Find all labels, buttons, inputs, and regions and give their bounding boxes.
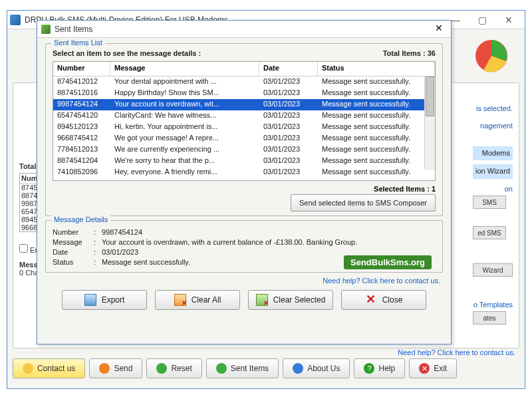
export-icon: [84, 294, 96, 306]
about-us-button[interactable]: About Us: [283, 358, 350, 378]
table-row[interactable]: 8874541204We're sorry to hear that the p…: [53, 156, 435, 167]
table-cell: Message sent successfully.: [318, 167, 435, 178]
table-cell: Message sent successfully.: [318, 156, 435, 167]
table-cell: 03/01/2023: [259, 76, 318, 88]
sent-items-table: Number Message Date Status 8745412012You…: [53, 61, 436, 181]
exit-icon: ✕: [419, 363, 430, 374]
export-button[interactable]: Export: [62, 290, 147, 310]
table-row[interactable]: 8745412012Your dental appointment with .…: [53, 76, 435, 88]
lbl: Message: [53, 238, 94, 246]
val: 03/01/2023: [102, 248, 138, 256]
table-row[interactable]: 6547454120ClarityCard: We have witness..…: [53, 110, 435, 122]
bg-mini-btn[interactable]: SMS: [473, 196, 506, 209]
table-cell: 9668745412: [53, 133, 110, 144]
clear-selected-icon: [256, 294, 268, 306]
table-cell: We got your message! A repre...: [110, 133, 259, 144]
person-icon: [23, 363, 33, 374]
table-row[interactable]: 7410852096Hey, everyone. A friendly remi…: [53, 167, 435, 178]
dialog-close-button[interactable]: ✕: [431, 23, 447, 36]
selected-label: Selected Items :: [374, 185, 430, 193]
envelope-icon: [99, 363, 110, 374]
table-rows[interactable]: 8745412012Your dental appointment with .…: [53, 76, 435, 180]
col-number[interactable]: Number: [53, 62, 110, 76]
table-row[interactable]: 7784512013We are currently experiencing …: [53, 144, 435, 156]
sent-items-icon: [41, 25, 51, 34]
app-icon: [10, 15, 21, 25]
table-cell: Hi, kertin. Your appointment is...: [110, 122, 259, 133]
total-count: 36: [428, 49, 436, 57]
message-details-fieldset: Message Details Number:9987454124 Messag…: [45, 220, 443, 273]
table-cell: Message sent successfully.: [318, 144, 435, 156]
exit-button[interactable]: ✕Exit: [409, 358, 457, 378]
horizontal-scrollbar[interactable]: ‹›: [53, 180, 435, 181]
btn-label: Contact us: [37, 364, 75, 373]
list-legend: Sent Items List: [51, 39, 105, 47]
dialog-titlebar: Sent Items ✕: [37, 21, 451, 38]
selected-items: Selected Items : 1: [374, 185, 436, 193]
total-label: Total Items :: [383, 49, 426, 57]
bg-mini-btn[interactable]: ed SMS: [473, 226, 506, 239]
table-row[interactable]: 8874512016Happy Birthday! Show this SM..…: [53, 88, 435, 99]
total-items: Total Items : 36: [383, 49, 436, 57]
pie-chart-decor: [471, 36, 511, 76]
lbl: Number: [53, 228, 94, 236]
send-to-composer-button[interactable]: Send selected items to SMS Composer: [291, 194, 436, 211]
vertical-scrollbar[interactable]: [424, 76, 435, 170]
val: Your account is overdrawn, with a curren…: [102, 238, 357, 246]
table-cell: 7784512013: [53, 144, 110, 156]
send-button[interactable]: Send: [89, 358, 142, 378]
bottom-toolbar: Contact us Send Reset Sent Items About U…: [13, 354, 519, 383]
table-cell: 03/01/2023: [259, 99, 318, 110]
btn-label: Exit: [434, 364, 447, 373]
col-date[interactable]: Date: [259, 62, 318, 76]
bg-wizard-btn[interactable]: Wizard: [473, 263, 513, 277]
bg-text: nagement: [473, 120, 513, 133]
reset-icon: [156, 363, 167, 374]
maximize-button[interactable]: ▢: [469, 12, 495, 28]
table-cell: Message sent successfully.: [318, 88, 435, 99]
table-cell: 03/01/2023: [259, 122, 318, 133]
bg-right-labels: is selected. nagement Modems ion Wizard …: [473, 102, 513, 200]
table-row[interactable]: 8945120123Hi, kertin. Your appointment i…: [53, 122, 435, 133]
info-icon: [293, 363, 303, 374]
list-header-row: Select an item to see the message detail…: [53, 49, 436, 57]
clear-all-button[interactable]: Clear All: [155, 290, 240, 310]
watermark-badge: SendBulkSms.org: [344, 255, 432, 269]
table-cell: 03/01/2023: [259, 167, 318, 178]
col-message[interactable]: Message: [110, 62, 259, 76]
scroll-thumb[interactable]: [426, 76, 434, 116]
clear-all-icon: [174, 294, 186, 306]
table-cell: 8874512016: [53, 88, 110, 99]
btn-label: Clear All: [192, 295, 221, 305]
close-button[interactable]: ✕Close: [341, 290, 426, 310]
table-cell: Your account is overdrawn, wit...: [110, 99, 259, 110]
lbl: Date: [53, 248, 94, 256]
table-cell: Message sent successfully.: [318, 133, 435, 144]
col-status[interactable]: Status: [318, 62, 435, 76]
close-window-button[interactable]: ✕: [495, 12, 522, 28]
close-icon: ✕: [365, 294, 377, 306]
table-cell: 7410852096: [53, 167, 110, 178]
table-cell: 8874541204: [53, 156, 110, 167]
val: Message sent successfully.: [102, 258, 190, 266]
en-checkbox[interactable]: [19, 244, 28, 253]
btn-label: Sent Items: [231, 364, 269, 373]
lbl: Status: [53, 258, 94, 266]
bg-right-btns: SMS ed SMS Wizard o Templates ates: [473, 196, 513, 329]
btn-label: Reset: [171, 364, 192, 373]
contact-us-button[interactable]: Contact us: [13, 358, 85, 378]
clear-selected-button[interactable]: Clear Selected: [248, 290, 333, 310]
sent-items-button[interactable]: Sent Items: [206, 358, 279, 378]
bg-mini-btn[interactable]: ates: [473, 311, 506, 325]
table-cell: 03/01/2023: [259, 133, 318, 144]
btn-label: Send: [114, 364, 132, 373]
table-row[interactable]: 9668745412We got your message! A repre..…: [53, 133, 435, 144]
table-cell: Hey, everyone. A friendly remi...: [110, 167, 259, 178]
reset-button[interactable]: Reset: [146, 358, 201, 378]
help-link-dialog[interactable]: Need help? Click here to contact us.: [45, 277, 440, 285]
table-row[interactable]: 9987454124Your account is overdrawn, wit…: [53, 99, 435, 110]
table-cell: 6547454120: [53, 110, 110, 122]
help-button[interactable]: ?Help: [354, 358, 405, 378]
details-legend: Message Details: [51, 215, 110, 223]
table-cell: 03/01/2023: [259, 88, 318, 99]
